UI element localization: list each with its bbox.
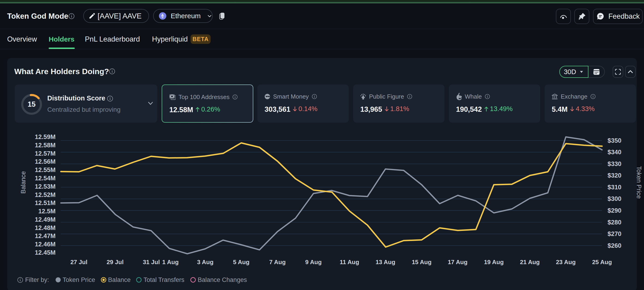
svg-text:12.47M: 12.47M	[35, 232, 56, 239]
svg-text:$300: $300	[608, 195, 622, 202]
svg-text:Token Price: Token Price	[636, 166, 642, 199]
svg-text:19 Aug: 19 Aug	[484, 259, 504, 265]
svg-text:12.5M: 12.5M	[38, 208, 56, 215]
svg-text:12.56M: 12.56M	[35, 158, 56, 165]
svg-text:29 Jul: 29 Jul	[106, 259, 124, 265]
svg-text:9 Aug: 9 Aug	[305, 259, 322, 265]
svg-text:Balance: Balance	[20, 171, 27, 194]
svg-text:$270: $270	[608, 230, 622, 237]
svg-text:$280: $280	[608, 219, 622, 226]
svg-text:$310: $310	[608, 184, 622, 191]
svg-text:31 Jul: 31 Jul	[143, 259, 160, 265]
svg-text:11 Aug: 11 Aug	[340, 259, 359, 265]
svg-text:$290: $290	[608, 207, 622, 214]
svg-text:12.51M: 12.51M	[35, 199, 56, 206]
svg-text:12.52M: 12.52M	[35, 191, 56, 198]
svg-text:1 Aug: 1 Aug	[162, 259, 178, 265]
svg-text:12.55M: 12.55M	[35, 166, 56, 173]
svg-text:3 Aug: 3 Aug	[197, 259, 213, 265]
svg-text:17 Aug: 17 Aug	[448, 259, 468, 265]
svg-text:12.48M: 12.48M	[35, 224, 56, 231]
svg-text:12.49M: 12.49M	[35, 216, 56, 223]
svg-text:12.54M: 12.54M	[35, 175, 56, 182]
svg-text:12.57M: 12.57M	[35, 150, 56, 157]
svg-text:12.53M: 12.53M	[35, 183, 56, 190]
svg-text:21 Aug: 21 Aug	[520, 259, 540, 265]
svg-text:5 Aug: 5 Aug	[233, 259, 249, 265]
svg-text:$320: $320	[608, 172, 622, 179]
svg-text:12.58M: 12.58M	[35, 142, 56, 149]
svg-text:12.59M: 12.59M	[35, 133, 56, 140]
svg-text:$350: $350	[608, 137, 622, 144]
svg-text:7 Aug: 7 Aug	[269, 259, 286, 265]
svg-text:13 Aug: 13 Aug	[376, 259, 395, 265]
svg-text:12.45M: 12.45M	[35, 249, 56, 256]
svg-text:15 Aug: 15 Aug	[412, 259, 432, 265]
svg-text:27 Jul: 27 Jul	[70, 259, 88, 265]
svg-text:$330: $330	[608, 160, 622, 167]
svg-text:25 Aug: 25 Aug	[592, 259, 612, 265]
svg-text:12.46M: 12.46M	[35, 241, 56, 248]
svg-text:$340: $340	[608, 149, 622, 156]
svg-text:$260: $260	[608, 242, 622, 249]
svg-text:23 Aug: 23 Aug	[556, 259, 576, 265]
